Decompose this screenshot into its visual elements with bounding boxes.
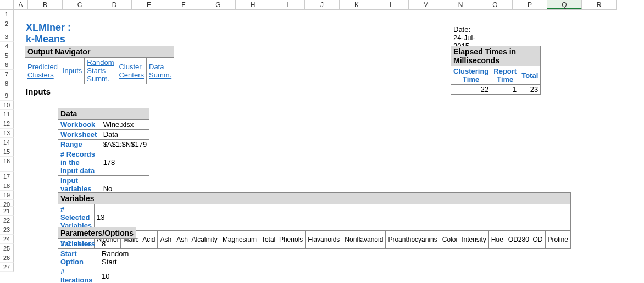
var-color-intensity: Color_Intensity: [440, 231, 488, 249]
row-header-26[interactable]: 26: [0, 253, 14, 263]
row-header-16[interactable]: 16: [0, 157, 14, 172]
row-header-14[interactable]: 14: [0, 138, 14, 147]
elapsed-times: Elapsed Times in Milliseconds Clustering…: [451, 46, 541, 95]
elapsed-col-report: Report Time: [491, 66, 519, 85]
row-header-1[interactable]: 1: [0, 10, 14, 19]
row-header-8[interactable]: 8: [0, 79, 14, 91]
column-header-k[interactable]: K: [340, 0, 374, 9]
elapsed-val-total: 23: [519, 85, 541, 95]
var-hue: Hue: [488, 231, 506, 249]
param-label-clusters: # Clusters: [58, 239, 99, 249]
variables-header: Variables: [58, 193, 571, 204]
row-header-19[interactable]: 19: [0, 191, 14, 200]
column-header-m[interactable]: M: [409, 0, 443, 9]
row-headers: 1234567891011121314151617181920212223242…: [0, 10, 14, 272]
vars-count-val: 13: [95, 204, 571, 231]
column-header-a[interactable]: A: [14, 0, 28, 9]
row-header-7[interactable]: 7: [0, 70, 14, 79]
data-label-records: # Records in the input data: [58, 149, 101, 176]
row-header-20[interactable]: 20: [0, 200, 14, 207]
var-ash-alcalinity: Ash_Alcalinity: [174, 231, 220, 249]
row-header-2[interactable]: 2: [0, 19, 14, 32]
column-header-e[interactable]: E: [132, 0, 166, 9]
row-header-12[interactable]: 12: [0, 119, 14, 129]
var-flavanoids: Flavanoids: [306, 231, 342, 249]
row-header-11[interactable]: 11: [0, 110, 14, 119]
row-header-17[interactable]: 17: [0, 172, 14, 181]
var-proline: Proline: [545, 231, 570, 249]
column-header-b[interactable]: B: [28, 0, 63, 9]
row-header-18[interactable]: 18: [0, 181, 14, 191]
column-header-f[interactable]: F: [166, 0, 201, 9]
data-section-header: Data: [58, 108, 149, 120]
row-header-13[interactable]: 13: [0, 129, 14, 138]
data-val-range: $A$1:$N$179: [101, 140, 149, 149]
row-header-10[interactable]: 10: [0, 101, 14, 110]
var-od280: OD280_OD: [506, 231, 545, 249]
var-total-phenols: Total_Phenols: [259, 231, 305, 249]
nav-link-cluster-centers[interactable]: Cluster Centers: [116, 58, 147, 84]
row-header-9[interactable]: 9: [0, 91, 14, 101]
column-header-h[interactable]: H: [236, 0, 270, 9]
row-header-23[interactable]: 23: [0, 225, 14, 235]
nav-link-random-starts[interactable]: Random Starts Summ.: [85, 58, 116, 84]
parameters-header: Parameters/Options: [58, 227, 136, 239]
sheet-corner[interactable]: [0, 0, 14, 10]
data-label-range: Range: [58, 140, 101, 149]
row-header-6[interactable]: 6: [0, 60, 14, 70]
column-header-p[interactable]: P: [513, 0, 547, 9]
row-header-21[interactable]: 21: [0, 207, 14, 216]
data-val-workbook: Wine.xlsx: [101, 120, 149, 130]
column-header-i[interactable]: I: [270, 0, 305, 9]
elapsed-val-report: 1: [491, 85, 519, 95]
data-val-worksheet: Data: [101, 130, 149, 140]
param-val-clusters: 8: [99, 239, 136, 249]
column-header-g[interactable]: G: [201, 0, 236, 9]
nav-link-data-summ[interactable]: Data Summ.: [147, 58, 174, 84]
column-header-c[interactable]: C: [63, 0, 97, 9]
param-label-start: Start Option: [58, 249, 99, 267]
inputs-heading: Inputs: [26, 87, 51, 96]
column-header-q[interactable]: Q: [547, 0, 582, 9]
row-header-24[interactable]: 24: [0, 235, 14, 244]
column-header-j[interactable]: J: [305, 0, 340, 9]
column-header-n[interactable]: N: [443, 0, 478, 9]
elapsed-val-clustering: 22: [451, 85, 491, 95]
data-val-records: 178: [101, 149, 149, 176]
var-proanthocyanins: Proanthocyanins: [386, 231, 440, 249]
var-ash: Ash: [158, 231, 174, 249]
row-header-3[interactable]: 3: [0, 32, 14, 42]
row-header-15[interactable]: 15: [0, 147, 14, 157]
param-val-iterations: 10: [99, 267, 136, 284]
elapsed-col-clustering: Clustering Time: [451, 66, 491, 85]
parameters-section: Parameters/Options # Clusters8 Start Opt…: [58, 227, 136, 283]
column-header-l[interactable]: L: [374, 0, 409, 9]
column-header-r[interactable]: R: [582, 0, 617, 9]
elapsed-header: Elapsed Times in Milliseconds: [451, 46, 541, 66]
column-header-o[interactable]: O: [478, 0, 513, 9]
elapsed-col-total: Total: [519, 66, 541, 85]
column-headers: ABCDEFGHIJKLMNOPQR: [14, 0, 617, 10]
output-navigator-header: Output Navigator: [25, 46, 174, 58]
output-navigator: Output Navigator Predicted Clusters Inpu…: [25, 46, 174, 84]
param-val-start: Random Start: [99, 249, 136, 267]
row-header-25[interactable]: 25: [0, 244, 14, 253]
row-header-4[interactable]: 4: [0, 42, 14, 51]
data-label-workbook: Workbook: [58, 120, 101, 130]
column-header-d[interactable]: D: [97, 0, 132, 9]
data-section: Data WorkbookWine.xlsx WorksheetData Ran…: [58, 108, 149, 202]
var-magnesium: Magnesium: [220, 231, 259, 249]
param-label-iterations: # Iterations: [58, 267, 99, 284]
data-label-worksheet: Worksheet: [58, 130, 101, 140]
nav-link-inputs[interactable]: Inputs: [60, 58, 84, 84]
row-header-22[interactable]: 22: [0, 216, 14, 225]
var-nonflavanoid: Nonflavanoid: [342, 231, 386, 249]
row-header-5[interactable]: 5: [0, 51, 14, 60]
row-header-27[interactable]: 27: [0, 263, 14, 272]
nav-link-predicted-clusters[interactable]: Predicted Clusters: [25, 58, 60, 84]
